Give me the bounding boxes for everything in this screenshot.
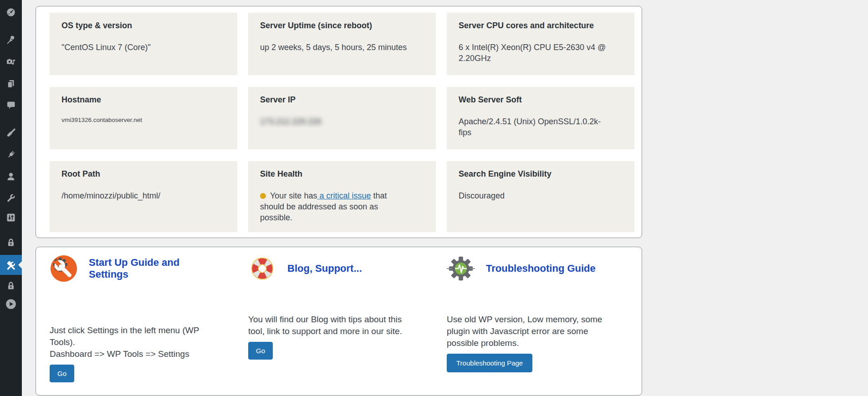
- wp-tools-crossed-icon: [5, 259, 17, 271]
- guide-header: Start Up Guide and Settings: [50, 254, 237, 283]
- guide-text: Just click Settings in the left menu (WP…: [50, 325, 237, 360]
- card-value: vmi391326.contaboserver.net: [61, 116, 225, 124]
- card-server-ip: Server IP 173.212.229.226: [248, 87, 436, 149]
- sidebar-item-tools[interactable]: [0, 189, 22, 207]
- sidebar-item-dashboard[interactable]: [0, 3, 22, 21]
- sidebar-item-plugins[interactable]: [0, 146, 22, 164]
- health-text: should be addressed as soon as: [260, 201, 424, 212]
- media-icon: [5, 57, 16, 68]
- card-web-server: Web Server Soft Apache/2.4.51 (Unix) Ope…: [447, 87, 634, 149]
- card-hostname: Hostname vmi391326.contaboserver.net: [50, 87, 237, 149]
- card-title: Server CPU cores and architecture: [459, 21, 623, 31]
- sidebar-item-lock-1[interactable]: [0, 234, 22, 252]
- card-value: Apache/2.4.51 (Unix) OpenSSL/1.0.2k-fips: [459, 116, 623, 138]
- card-site-health: Site Health Your site has a critical iss…: [248, 161, 436, 232]
- guide-title-link[interactable]: Troubleshooting Guide: [486, 263, 596, 274]
- card-value: /home/minozzi/public_html/: [61, 190, 225, 201]
- lock-icon: [5, 237, 16, 248]
- card-title: Hostname: [61, 95, 225, 105]
- guide-startup: Start Up Guide and Settings Just click S…: [50, 254, 237, 382]
- card-title: Server Uptime (since reboot): [260, 21, 424, 31]
- sidebar-item-users[interactable]: [0, 168, 22, 186]
- pages-icon: [5, 78, 16, 89]
- site-health-message: Your site has a critical issue that shou…: [260, 190, 424, 223]
- guide-troubleshooting: Troubleshooting Guide Use old WP version…: [447, 254, 634, 382]
- guide-header: Blog, Support...: [248, 254, 436, 283]
- card-title: Web Server Soft: [459, 95, 623, 105]
- sidebar-item-media[interactable]: [0, 53, 22, 71]
- card-value: up 2 weeks, 5 days, 5 hours, 25 minutes: [260, 42, 424, 53]
- settings-sliders-icon: [5, 212, 16, 223]
- sidebar-item-appearance[interactable]: [0, 124, 22, 142]
- guide-text: You will find our Blog with tips about t…: [248, 314, 436, 337]
- troubleshooting-gear-icon: [447, 254, 475, 283]
- card-title: Search Engine Visibility: [459, 169, 623, 179]
- lifebuoy-icon: [248, 254, 276, 283]
- lock-icon: [5, 280, 16, 291]
- sidebar-item-posts[interactable]: [0, 31, 22, 49]
- card-title: OS type & version: [61, 21, 225, 31]
- troubleshooting-page-button[interactable]: Troubleshooting Page: [447, 354, 532, 372]
- dashboard-icon: [5, 7, 16, 18]
- card-value: "CentOS Linux 7 (Core)": [61, 42, 225, 53]
- guides-panel: Start Up Guide and Settings Just click S…: [36, 247, 642, 396]
- users-icon: [5, 171, 16, 182]
- card-title: Server IP: [260, 95, 424, 105]
- card-title: Site Health: [260, 169, 424, 179]
- card-os-version: OS type & version "CentOS Linux 7 (Core)…: [50, 13, 237, 75]
- sidebar-item-pages[interactable]: [0, 75, 22, 93]
- guide-header: Troubleshooting Guide: [447, 254, 634, 283]
- card-title: Root Path: [61, 169, 225, 179]
- blog-go-button[interactable]: Go: [248, 342, 273, 360]
- server-info-panel: OS type & version "CentOS Linux 7 (Core)…: [36, 6, 642, 238]
- card-uptime: Server Uptime (since reboot) up 2 weeks,…: [248, 13, 436, 75]
- appearance-brush-icon: [5, 127, 16, 138]
- health-text: that: [371, 191, 387, 200]
- guide-title-link[interactable]: Start Up Guide and Settings: [89, 257, 196, 280]
- video-play-icon: [5, 298, 17, 310]
- sidebar-item-comments[interactable]: [0, 96, 22, 114]
- sidebar-item-settings[interactable]: [0, 208, 22, 227]
- health-text: possible.: [260, 212, 424, 223]
- card-search-visibility: Search Engine Visibility Discouraged: [447, 161, 634, 232]
- health-text: Your site has: [270, 191, 317, 200]
- startup-go-button[interactable]: Go: [50, 365, 74, 382]
- card-value-obscured: 173.212.229.226: [260, 116, 322, 127]
- card-cpu: Server CPU cores and architecture 6 x In…: [447, 13, 634, 75]
- sidebar-item-video[interactable]: [0, 295, 22, 313]
- health-status-dot-icon: [260, 193, 266, 199]
- card-value: 6 x Intel(R) Xeon(R) CPU E5-2630 v4 @2.2…: [459, 42, 623, 64]
- guide-title-link[interactable]: Blog, Support...: [287, 263, 362, 274]
- comments-icon: [5, 100, 16, 111]
- main-content: OS type & version "CentOS Linux 7 (Core)…: [22, 0, 868, 396]
- admin-sidebar: [0, 0, 22, 396]
- pin-icon: [5, 35, 16, 46]
- critical-issue-link[interactable]: a critical issue: [317, 191, 371, 200]
- card-root-path: Root Path /home/minozzi/public_html/: [50, 161, 237, 232]
- tools-wrench-icon: [5, 193, 16, 203]
- guide-text: Use old WP version, Low memory, someplug…: [447, 314, 634, 349]
- sidebar-item-lock-2[interactable]: [0, 277, 22, 295]
- card-value: Discouraged: [459, 190, 623, 201]
- sidebar-item-wp-tools[interactable]: [0, 255, 22, 275]
- startup-gear-wrench-icon: [50, 254, 78, 283]
- guide-blog-support: Blog, Support... You will find our Blog …: [248, 254, 436, 382]
- plugins-plug-icon: [5, 149, 16, 160]
